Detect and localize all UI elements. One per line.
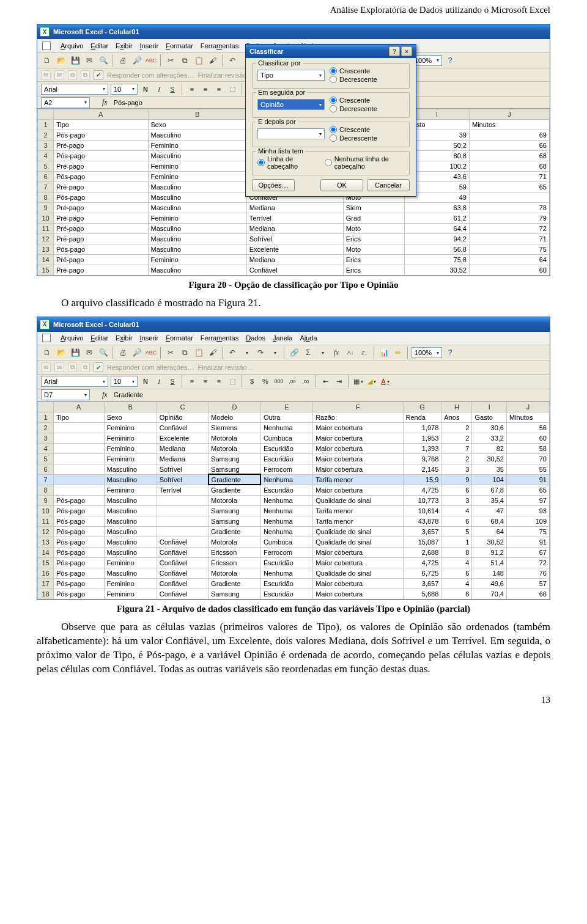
cell[interactable]: Qualidade do sinal (313, 568, 403, 578)
font-name-combo[interactable]: Arial (41, 376, 108, 387)
cell[interactable]: Mediana (246, 224, 343, 234)
cell[interactable]: Maior cobertura (313, 557, 403, 568)
menu-ferramentas[interactable]: Ferramentas (201, 334, 238, 342)
col-header[interactable]: B (148, 109, 246, 120)
cell[interactable]: 9,768 (403, 453, 441, 464)
row-header[interactable]: 13 (38, 537, 54, 547)
cell[interactable]: Nenhuma (260, 568, 312, 578)
cell[interactable]: 4,725 (403, 485, 441, 495)
cell[interactable]: Pré-pago (54, 203, 149, 213)
cell[interactable]: Feminino (104, 578, 157, 588)
cell[interactable]: 60 (469, 265, 549, 276)
name-box[interactable]: D7 (41, 389, 90, 400)
fill-color-icon[interactable]: ◢ (366, 376, 377, 387)
cell[interactable]: Masculino (104, 547, 157, 557)
row-header[interactable]: 10 (38, 213, 54, 224)
cell[interactable]: 94,2 (405, 234, 470, 244)
mail-icon[interactable]: ✉ (83, 54, 95, 67)
cell[interactable]: 3,657 (403, 526, 441, 537)
cell[interactable]: Feminino (148, 172, 246, 182)
underline-icon[interactable]: S (167, 376, 178, 387)
cell[interactable]: 51,4 (472, 557, 506, 568)
row-header[interactable]: 8 (38, 193, 54, 203)
cell[interactable]: 64,4 (405, 224, 470, 234)
fx-icon[interactable]: fx (102, 98, 108, 107)
cell[interactable]: Mediana (157, 443, 208, 453)
cell[interactable]: Feminino (148, 213, 246, 224)
cell[interactable]: Pré-pago (54, 182, 149, 193)
hyperlink-icon[interactable]: 🔗 (288, 346, 300, 359)
cell[interactable]: 8 (441, 547, 472, 557)
cell[interactable]: Minutos (469, 120, 549, 130)
col-header[interactable]: G (403, 402, 441, 412)
spell-icon[interactable]: ABC (145, 346, 157, 359)
cell[interactable]: Motorola (209, 433, 261, 443)
cell[interactable]: Moto (343, 224, 405, 234)
cell[interactable]: 7 (441, 443, 472, 453)
cell[interactable]: Feminino (104, 557, 157, 568)
cell[interactable] (157, 495, 208, 505)
row-header[interactable]: 18 (38, 588, 54, 599)
underline-icon[interactable]: S (167, 84, 178, 95)
name-box[interactable]: A2 (41, 97, 90, 108)
cell[interactable]: Masculino (148, 151, 246, 161)
cell[interactable]: 97 (506, 495, 549, 505)
cell[interactable]: Razão (313, 412, 403, 422)
cell[interactable]: Confiável (157, 557, 208, 568)
cell[interactable]: Masculino (104, 505, 157, 516)
no-header-row-radio[interactable]: Nenhuma linha de cabeçalho (325, 155, 404, 170)
cell[interactable]: 64 (469, 255, 549, 265)
cell[interactable]: Qualidade do sinal (313, 537, 403, 547)
mail-icon[interactable]: ✉ (83, 346, 95, 359)
cell[interactable]: Sofrível (157, 464, 208, 474)
print-icon[interactable]: 🖨 (117, 346, 129, 359)
sort-asc-icon[interactable]: A↓ (344, 346, 356, 359)
search-icon[interactable]: 🔍 (97, 346, 109, 359)
col-header[interactable]: J (469, 109, 549, 120)
cell[interactable]: 2 (441, 433, 472, 443)
cell[interactable]: Escuridão (260, 578, 312, 588)
autosum-icon[interactable]: Σ (302, 346, 314, 359)
col-header[interactable]: J (506, 402, 549, 412)
cell[interactable]: Motorola (209, 537, 261, 547)
cell[interactable]: 35,4 (472, 495, 506, 505)
cell[interactable]: Masculino (148, 265, 246, 276)
cell[interactable] (54, 485, 105, 495)
cell[interactable]: Motorola (209, 568, 261, 578)
close-icon[interactable]: × (401, 46, 412, 56)
align-center-icon[interactable]: ≡ (200, 84, 211, 95)
cell[interactable]: Mediana (246, 203, 343, 213)
chart-icon[interactable]: 📊 (378, 346, 390, 359)
cell[interactable]: Sofrível (246, 234, 343, 244)
cell[interactable]: Pós-pago (54, 495, 105, 505)
align-right-icon[interactable]: ≡ (213, 84, 224, 95)
cell[interactable]: Masculino (104, 537, 157, 547)
cell[interactable]: Ericsson (209, 557, 261, 568)
col-header[interactable]: A (54, 402, 105, 412)
cell[interactable]: Escuridão (260, 485, 312, 495)
cell[interactable]: Cumbuca (260, 433, 312, 443)
cell[interactable]: Gasto (472, 412, 506, 422)
cell[interactable]: 72 (469, 224, 549, 234)
cell[interactable]: Samsung (209, 516, 261, 526)
cell[interactable]: Tarifa menor (313, 516, 403, 526)
formula-text[interactable]: Gradiente (114, 391, 143, 398)
menu-arquivo[interactable]: Arquivo (61, 42, 83, 50)
cell[interactable]: Escuridão (260, 443, 312, 453)
help-icon[interactable]: ? (444, 346, 456, 359)
cell[interactable]: Pós-pago (54, 151, 149, 161)
cell[interactable]: Pós-pago (54, 516, 105, 526)
paste-icon[interactable]: 📋 (193, 54, 205, 67)
align-right-icon[interactable]: ≡ (213, 376, 224, 387)
cell[interactable]: 15,9 (403, 474, 441, 485)
cell[interactable]: Feminino (104, 453, 157, 464)
preview-icon[interactable]: 🔎 (131, 346, 143, 359)
cell[interactable]: Maior cobertura (313, 422, 403, 433)
italic-icon[interactable]: I (153, 376, 164, 387)
cell[interactable]: 2 (441, 453, 472, 464)
cell[interactable]: 65 (506, 485, 549, 495)
row-header[interactable]: 8 (38, 485, 54, 495)
merge-icon[interactable]: ⬚ (227, 376, 238, 387)
cell[interactable]: Tarifa menor (313, 505, 403, 516)
cell[interactable]: 30,6 (472, 422, 506, 433)
